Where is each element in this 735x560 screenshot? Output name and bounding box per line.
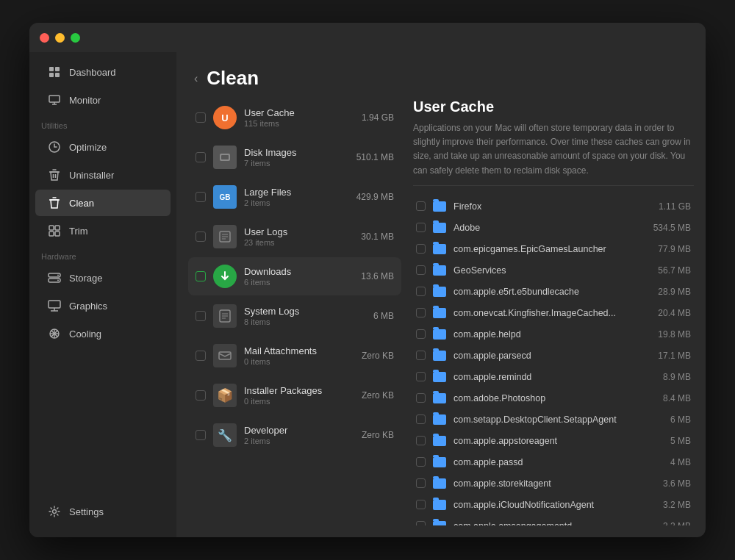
detail-header: User Cache Applications on your Mac will…	[413, 98, 694, 186]
sidebar-item-label: Monitor	[69, 95, 101, 106]
mail-attachments-name: Mail Attachments	[244, 345, 346, 356]
sidebar-item-settings[interactable]: Settings	[35, 498, 171, 525]
sidebar-item-clean[interactable]: Clean	[35, 190, 171, 216]
file-item[interactable]: com.apple.appstoreagent 5 MB	[413, 431, 694, 451]
file-name: com.apple.parsecd	[453, 351, 636, 361]
folder-icon	[433, 500, 446, 510]
sidebar-item-label: Storage	[69, 273, 103, 284]
user-logs-checkbox[interactable]	[196, 231, 206, 242]
developer-sub: 2 items	[244, 437, 346, 445]
mail-attachments-sub: 0 items	[244, 357, 346, 366]
system-logs-checkbox[interactable]	[196, 311, 206, 321]
file-checkbox[interactable]	[416, 500, 426, 509]
file-name: com.apple.appstoreagent	[453, 436, 636, 446]
sidebar-item-monitor[interactable]: Monitor	[35, 87, 171, 113]
file-checkbox[interactable]	[416, 265, 426, 275]
disk-images-icon	[213, 146, 237, 169]
disk-images-checkbox[interactable]	[196, 152, 206, 162]
file-name: com.onevcat.Kingfisher.ImageCached...	[453, 308, 636, 318]
file-item[interactable]: Adobe 534.5 MB	[413, 218, 694, 238]
svg-rect-1	[55, 67, 60, 71]
user-cache-name: User Cache	[244, 107, 346, 118]
svg-rect-26	[221, 155, 229, 159]
file-item[interactable]: com.setapp.DesktopClient.SetappAgent 6 M…	[413, 409, 694, 430]
list-item-downloads[interactable]: Downloads 6 items 13.6 MB	[188, 257, 401, 295]
file-item[interactable]: com.onevcat.Kingfisher.ImageCached... 20…	[413, 303, 694, 323]
folder-icon	[433, 521, 446, 525]
file-item[interactable]: com.apple.parsecd 17.1 MB	[413, 345, 694, 366]
list-item-installer-packages[interactable]: 📦 Installer Packages 0 items Zero KB	[188, 376, 401, 414]
file-size: 17.1 MB	[643, 351, 691, 361]
sidebar-item-graphics[interactable]: Graphics	[35, 292, 171, 319]
sidebar-item-cooling[interactable]: Cooling	[35, 320, 171, 347]
large-files-sub: 2 items	[244, 198, 346, 207]
mail-attachments-checkbox[interactable]	[196, 351, 206, 361]
file-item[interactable]: com.adobe.Photoshop 8.4 MB	[413, 388, 694, 409]
user-logs-icon	[213, 225, 237, 248]
user-logs-name: User Logs	[244, 226, 346, 237]
file-item[interactable]: com.apple.amsengagementd 3.2 MB	[413, 516, 694, 525]
file-checkbox[interactable]	[416, 308, 426, 317]
list-item-disk-images[interactable]: Disk Images 7 items 510.1 MB	[188, 138, 401, 176]
file-size: 1.11 GB	[643, 201, 691, 212]
maximize-button[interactable]	[71, 33, 80, 43]
file-checkbox[interactable]	[416, 201, 426, 211]
file-checkbox[interactable]	[416, 223, 426, 232]
sidebar-item-uninstaller[interactable]: Uninstaller	[35, 162, 171, 188]
detail-description: Applications on your Mac will often stor…	[413, 121, 694, 178]
list-item-system-logs[interactable]: System Logs 8 items 6 MB	[188, 297, 401, 335]
user-logs-sub: 23 items	[244, 238, 346, 247]
file-checkbox[interactable]	[416, 244, 426, 254]
file-item[interactable]: com.apple.iCloudNotificationAgent 3.2 MB	[413, 495, 694, 515]
file-checkbox[interactable]	[416, 521, 426, 525]
list-item-mail-attachments[interactable]: Mail Attachments 0 items Zero KB	[188, 337, 401, 375]
sidebar-item-label: Trim	[69, 226, 88, 237]
sidebar-item-dashboard[interactable]: Dashboard	[35, 59, 171, 85]
large-files-checkbox[interactable]	[196, 192, 206, 202]
user-cache-checkbox[interactable]	[196, 112, 206, 123]
file-checkbox[interactable]	[416, 287, 426, 296]
downloads-icon	[213, 265, 237, 288]
monitor-icon	[47, 93, 62, 107]
file-item[interactable]: com.apple.passd 4 MB	[413, 452, 694, 473]
file-item[interactable]: com.apple.e5rt.e5bundlecache 28.9 MB	[413, 281, 694, 302]
downloads-checkbox[interactable]	[196, 271, 206, 281]
list-item-user-logs[interactable]: User Logs 23 items 30.1 MB	[188, 218, 401, 256]
svg-rect-11	[55, 226, 60, 230]
list-item-user-cache[interactable]: U User Cache 115 items 1.94 GB	[188, 98, 401, 137]
file-checkbox[interactable]	[416, 351, 426, 360]
file-item[interactable]: com.apple.helpd 19.8 MB	[413, 324, 694, 345]
developer-checkbox[interactable]	[196, 430, 206, 440]
file-item[interactable]: Firefox 1.11 GB	[413, 196, 694, 217]
system-logs-name: System Logs	[244, 306, 346, 317]
folder-icon	[433, 351, 446, 361]
sidebar-item-optimize[interactable]: Optimize	[35, 134, 171, 160]
system-logs-size: 6 MB	[354, 311, 394, 321]
svg-rect-18	[49, 301, 60, 308]
installer-packages-checkbox[interactable]	[196, 390, 206, 401]
file-checkbox[interactable]	[416, 457, 426, 467]
clean-icon	[47, 195, 62, 210]
file-item[interactable]: com.epicgames.EpicGamesLauncher 77.9 MB	[413, 239, 694, 259]
file-checkbox[interactable]	[416, 393, 426, 403]
sidebar-item-storage[interactable]: Storage	[35, 265, 171, 291]
file-checkbox[interactable]	[416, 372, 426, 381]
back-button[interactable]: ‹	[194, 72, 198, 85]
sidebar-item-label: Dashboard	[69, 67, 116, 78]
list-item-developer[interactable]: 🔧 Developer 2 items Zero KB	[188, 416, 401, 454]
list-item-large-files[interactable]: GB Large Files 2 items 429.9 MB	[188, 178, 401, 216]
file-item[interactable]: GeoServices 56.7 MB	[413, 260, 694, 281]
close-button[interactable]	[40, 33, 49, 43]
page-title: Clean	[207, 67, 259, 90]
minimize-button[interactable]	[55, 33, 65, 43]
file-item[interactable]: com.apple.remindd 8.9 MB	[413, 367, 694, 387]
file-checkbox[interactable]	[416, 478, 426, 488]
file-checkbox[interactable]	[416, 436, 426, 445]
sidebar-item-trim[interactable]: Trim	[35, 218, 171, 244]
main-header: ‹ Clean	[176, 52, 706, 98]
file-checkbox[interactable]	[416, 414, 426, 424]
file-item[interactable]: com.apple.storekitagent 3.6 MB	[413, 473, 694, 494]
file-checkbox[interactable]	[416, 329, 426, 339]
file-size: 4 MB	[643, 457, 691, 467]
developer-icon: 🔧	[213, 423, 237, 447]
